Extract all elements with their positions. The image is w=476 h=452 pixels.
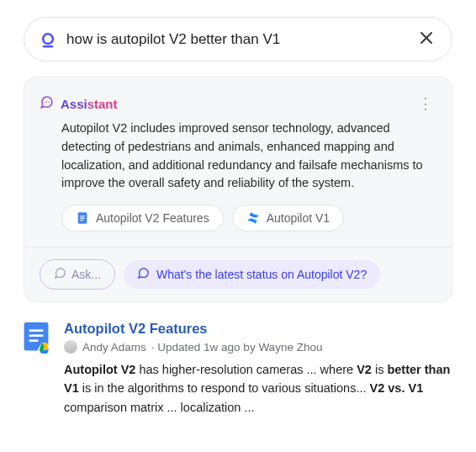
- svg-rect-13: [29, 334, 44, 337]
- svg-rect-8: [80, 215, 84, 216]
- source-chip-autopilot-v2-features[interactable]: Autopilot V2 Features: [61, 205, 224, 231]
- chip-label: Autopilot V1: [267, 211, 331, 225]
- assistant-header: Assistant ⋮: [40, 93, 436, 114]
- more-vertical-icon: ⋮: [418, 95, 433, 112]
- chat-outline-icon: [54, 267, 66, 282]
- chat-outline-icon: [137, 267, 150, 282]
- source-chips: Autopilot V2 Features Autopilot V1: [40, 205, 436, 231]
- assistant-title: Assistant: [61, 97, 118, 111]
- suggestion-label: What's the latest status on Autopilot V2…: [156, 268, 367, 281]
- suggestion-row: Ask... What's the latest status on Autop…: [40, 259, 436, 290]
- more-button[interactable]: ⋮: [415, 93, 436, 114]
- chip-label: Autopilot V2 Features: [96, 211, 209, 225]
- svg-rect-9: [80, 218, 84, 219]
- result-title[interactable]: Autopilot V2 Features: [64, 321, 452, 337]
- app-logo-icon: [40, 31, 56, 48]
- divider: [24, 247, 452, 247]
- clear-button[interactable]: [416, 28, 436, 51]
- svg-point-0: [43, 34, 53, 44]
- source-chip-autopilot-v1[interactable]: Autopilot V1: [232, 205, 345, 231]
- result-source-icon: [24, 322, 52, 356]
- svg-rect-10: [80, 220, 82, 221]
- assistant-card: Assistant ⋮ Autopilot V2 includes improv…: [24, 77, 452, 302]
- gdoc-icon: [76, 211, 89, 225]
- avatar-icon: [64, 340, 77, 354]
- svg-rect-12: [29, 329, 44, 332]
- close-icon: [420, 31, 433, 47]
- search-bar: [24, 17, 452, 61]
- result-snippet: Autopilot V2 has higher-resolution camer…: [64, 360, 452, 417]
- chat-icon: [40, 95, 54, 113]
- result-meta: Andy Adams · Updated 1w ago by Wayne Zho…: [64, 340, 452, 354]
- ask-label: Ask...: [71, 268, 101, 281]
- search-input[interactable]: [66, 31, 406, 48]
- gdrive-badge-icon: [37, 341, 51, 355]
- result-author: Andy Adams: [82, 341, 146, 354]
- svg-point-5: [46, 101, 47, 102]
- svg-point-6: [49, 101, 50, 102]
- assistant-response-text: Autopilot V2 includes improved sensor te…: [40, 120, 436, 193]
- search-result: Autopilot V2 Features Andy Adams · Updat…: [24, 321, 452, 417]
- svg-point-4: [45, 101, 45, 102]
- confluence-icon: [246, 211, 260, 225]
- suggested-question[interactable]: What's the latest status on Autopilot V2…: [124, 260, 380, 289]
- ask-button[interactable]: Ask...: [40, 259, 115, 290]
- result-meta-rest: · Updated 1w ago by Wayne Zhou: [151, 341, 323, 354]
